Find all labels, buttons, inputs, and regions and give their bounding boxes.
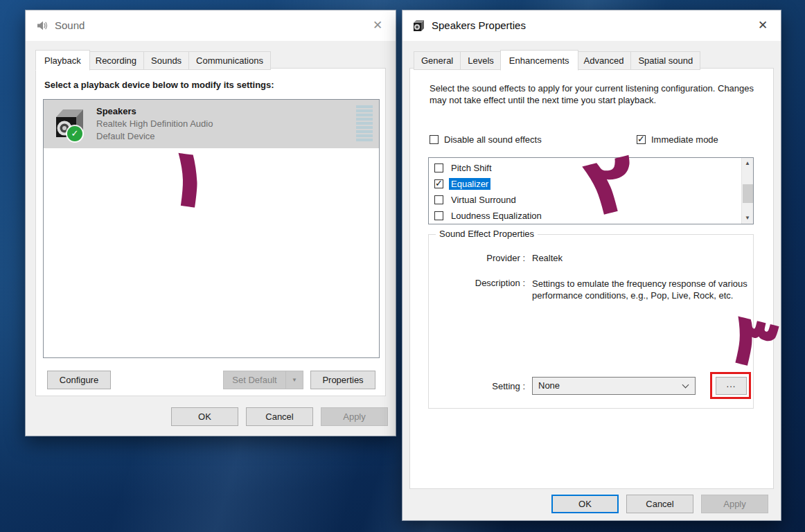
scroll-down-icon[interactable]: ▼ xyxy=(742,213,753,224)
props-dialog-title: Speakers Properties xyxy=(432,19,526,31)
device-buttons: Set Default ▼ Properties xyxy=(223,371,375,389)
playback-device-list: ✓ Speakers Realtek High Definition Audio… xyxy=(43,99,380,358)
cancel-button[interactable]: Cancel xyxy=(626,495,693,513)
effect-label[interactable]: Virtual Surround xyxy=(449,194,518,206)
description-label: Description : xyxy=(434,278,525,301)
scroll-up-icon[interactable]: ▲ xyxy=(742,158,753,169)
tab-communications[interactable]: Communications xyxy=(189,51,271,70)
playback-instruction: Select a playback device below to modify… xyxy=(44,80,274,90)
sound-app-icon xyxy=(35,19,49,33)
tab-playback[interactable]: Playback xyxy=(35,50,90,71)
list-item-equalizer[interactable]: Equalizer xyxy=(429,176,753,192)
disable-all-label[interactable]: Disable all sound effects xyxy=(444,134,542,145)
enhancements-instruction: Select the sound effects to apply for yo… xyxy=(430,82,759,106)
sound-dialog-title: Sound xyxy=(55,19,85,31)
setting-row: Setting : None ... xyxy=(434,377,696,395)
checkbox-icon[interactable] xyxy=(434,179,443,188)
effect-label[interactable]: Equalizer xyxy=(449,178,490,190)
immediate-mode-checkbox[interactable]: Immediate mode xyxy=(637,134,718,145)
speakers-properties-icon xyxy=(412,19,426,33)
provider-label: Provider : xyxy=(434,253,525,263)
cancel-button[interactable]: Cancel xyxy=(246,407,313,426)
props-tab-strip: General Levels Enhancements Advanced Spa… xyxy=(414,50,700,70)
tab-sounds[interactable]: Sounds xyxy=(144,51,189,70)
tab-enhancements[interactable]: Enhancements xyxy=(500,50,578,71)
list-item-virtual-surround[interactable]: Virtual Surround xyxy=(429,192,753,208)
device-row-speakers[interactable]: ✓ Speakers Realtek High Definition Audio… xyxy=(44,100,379,148)
set-default-dropdown-icon[interactable]: ▼ xyxy=(285,371,303,389)
playback-tab-page: Select a playback device below to modify… xyxy=(35,68,386,396)
scrollbar-thumb[interactable] xyxy=(743,184,753,203)
enhancements-tab-page: Select the sound effects to apply for yo… xyxy=(409,68,774,489)
sound-effect-properties-group: Sound Effect Properties Provider : Realt… xyxy=(428,234,754,409)
red-highlight-box xyxy=(710,372,751,399)
close-icon[interactable]: ✕ xyxy=(369,17,386,34)
checkbox-icon[interactable] xyxy=(430,135,439,144)
sound-dialog: Sound ✕ Playback Recording Sounds Commun… xyxy=(25,10,396,436)
properties-button[interactable]: Properties xyxy=(310,371,375,389)
default-device-check-icon: ✓ xyxy=(67,126,82,141)
setting-dropdown-value: None xyxy=(538,380,560,391)
disable-all-sound-effects-checkbox[interactable]: Disable all sound effects xyxy=(430,134,542,145)
tab-levels[interactable]: Levels xyxy=(461,51,502,70)
provider-value: Realtek xyxy=(532,253,563,263)
sound-titlebar: Sound ✕ xyxy=(26,10,396,41)
device-status: Default Device xyxy=(96,130,213,143)
sound-dialog-footer: OK Cancel Apply xyxy=(171,407,388,426)
tab-recording[interactable]: Recording xyxy=(89,51,144,70)
description-value: Settings to emulate the frequency respon… xyxy=(532,278,751,301)
checkbox-icon[interactable] xyxy=(434,163,443,172)
effect-label[interactable]: Loudness Equalization xyxy=(449,210,544,222)
close-icon[interactable]: ✕ xyxy=(754,17,771,34)
list-item-pitch-shift[interactable]: Pitch Shift xyxy=(429,160,753,176)
group-legend: Sound Effect Properties xyxy=(436,229,538,239)
device-info: Speakers Realtek High Definition Audio D… xyxy=(96,105,213,143)
description-row: Description : Settings to emulate the fr… xyxy=(434,278,751,301)
device-description: Realtek High Definition Audio xyxy=(96,118,213,130)
configure-button[interactable]: Configure xyxy=(47,371,111,389)
effects-scrollbar[interactable]: ▲ ▼ xyxy=(741,158,753,224)
props-titlebar: Speakers Properties ✕ xyxy=(402,10,781,41)
setting-label: Setting : xyxy=(434,381,525,391)
sound-tab-strip: Playback Recording Sounds Communications xyxy=(37,50,271,70)
tab-general[interactable]: General xyxy=(414,51,461,70)
device-name: Speakers xyxy=(96,105,213,118)
apply-button[interactable]: Apply xyxy=(321,407,388,426)
list-item-loudness-equalization[interactable]: Loudness Equalization xyxy=(429,208,753,224)
setting-dropdown[interactable]: None xyxy=(532,377,696,395)
apply-button[interactable]: Apply xyxy=(701,495,768,513)
speakers-properties-dialog: Speakers Properties ✕ General Levels Enh… xyxy=(402,10,781,521)
tab-spatial-sound[interactable]: Spatial sound xyxy=(631,51,700,70)
props-dialog-footer: OK Cancel Apply xyxy=(551,495,768,513)
effect-label[interactable]: Pitch Shift xyxy=(449,162,494,174)
ok-button[interactable]: OK xyxy=(551,495,619,513)
chevron-down-icon xyxy=(682,382,689,389)
tab-advanced[interactable]: Advanced xyxy=(577,51,632,70)
volume-level-meter xyxy=(356,105,373,143)
sound-effects-list: Pitch Shift Equalizer Virtual Surround L… xyxy=(428,157,754,224)
ok-button[interactable]: OK xyxy=(171,407,238,426)
checkbox-icon[interactable] xyxy=(434,195,443,204)
checkbox-icon[interactable] xyxy=(434,211,443,220)
set-default-button[interactable]: Set Default xyxy=(223,371,285,389)
immediate-mode-label[interactable]: Immediate mode xyxy=(651,134,718,145)
checkbox-icon[interactable] xyxy=(637,135,646,144)
provider-row: Provider : Realtek xyxy=(434,253,563,263)
